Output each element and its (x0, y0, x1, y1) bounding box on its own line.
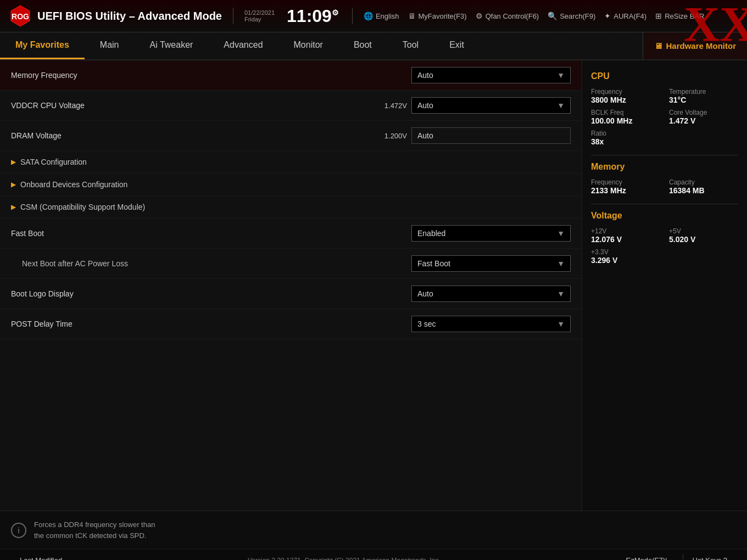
next-boot-label: Next Boot after AC Power Loss (11, 259, 411, 268)
chevron-down-icon: ▼ (557, 101, 565, 110)
nav-advanced[interactable]: Advanced (208, 32, 278, 59)
footer: Last Modified Version 2.20.1271. Copyrig… (0, 549, 747, 560)
language-control[interactable]: 🌐 English (364, 12, 399, 20)
search-label: Search(F9) (560, 12, 595, 20)
nav-my-favorites[interactable]: My Favorites (0, 32, 85, 59)
boot-logo-value: Auto (417, 289, 433, 298)
dram-voltage-row[interactable]: DRAM Voltage 1.200V Auto (0, 121, 582, 151)
hardware-monitor-label: Hardware Monitor (666, 41, 736, 51)
post-delay-row[interactable]: POST Delay Time 3 sec ▼ (0, 309, 582, 339)
onboard-devices-section[interactable]: ▶ Onboard Devices Configuration (0, 173, 582, 196)
next-boot-row[interactable]: Next Boot after AC Power Loss Fast Boot … (0, 249, 582, 279)
chevron-down-icon: ▼ (557, 289, 565, 298)
voltage-section: Voltage +12V 12.076 V +5V 5.020 V +3.3V … (591, 211, 738, 265)
cpu-stats-grid: Frequency 3800 MHz Temperature 31°C BCLK… (591, 88, 738, 146)
mem-capacity-item: Capacity 16384 MB (669, 178, 738, 195)
memory-section: Memory Frequency 2133 MHz Capacity 16384… (591, 162, 738, 195)
fast-boot-dropdown[interactable]: Enabled ▼ (411, 225, 571, 242)
next-boot-dropdown[interactable]: Fast Boot ▼ (411, 255, 571, 272)
hw-divider-1 (591, 155, 738, 155)
footer-right-controls: EzMode(F7)|→ Hot Keys ? (617, 554, 737, 560)
core-voltage-label: Core Voltage (669, 109, 738, 116)
chevron-right-icon-2: ▶ (11, 181, 16, 188)
boot-logo-display-row[interactable]: Boot Logo Display Auto ▼ (0, 279, 582, 309)
mem-capacity-label: Capacity (669, 178, 738, 186)
sata-config-label: SATA Configuration (20, 158, 87, 166)
voltage-section-title: Voltage (591, 211, 738, 221)
language-icon: 🌐 (364, 12, 373, 20)
hardware-monitor-tab[interactable]: 🖥 Hardware Monitor (643, 32, 747, 59)
memory-frequency-row[interactable]: Memory Frequency Auto ▼ (0, 60, 582, 91)
post-delay-label: POST Delay Time (11, 320, 411, 328)
nav-separator (480, 32, 643, 59)
cpu-temperature-value: 31°C (669, 96, 738, 104)
qfan-control[interactable]: ⚙ Qfan Control(F6) (476, 12, 539, 20)
chevron-down-icon: ▼ (557, 71, 565, 80)
chevron-down-icon: ▼ (557, 320, 565, 328)
v33-label: +3.3V (591, 248, 738, 256)
chevron-right-icon: ▶ (11, 158, 16, 166)
nav-exit[interactable]: Exit (434, 32, 480, 59)
nav-monitor[interactable]: Monitor (278, 32, 338, 59)
hardware-monitor-panel: CPU Frequency 3800 MHz Temperature 31°C … (582, 60, 747, 511)
cpu-temperature-label: Temperature (669, 88, 738, 96)
nav-main[interactable]: Main (85, 32, 135, 59)
date-display: 01/22/2021 Friday (244, 9, 275, 23)
fast-boot-label: Fast Boot (11, 229, 411, 238)
svg-text:ROG: ROG (12, 12, 29, 21)
onboard-devices-label: Onboard Devices Configuration (20, 180, 127, 189)
core-voltage-item: Core Voltage 1.472 V (669, 109, 738, 125)
main-layout: Memory Frequency Auto ▼ VDDCR CPU Voltag… (0, 60, 747, 511)
logo-area: ROG UEFI BIOS Utility – Advanced Mode (9, 4, 222, 27)
app-title: UEFI BIOS Utility – Advanced Mode (37, 10, 222, 23)
footer-version: Version 2.20.1271. Copyright (C) 2021 Am… (71, 557, 617, 561)
memory-stats-grid: Frequency 2133 MHz Capacity 16384 MB (591, 178, 738, 195)
last-modified-button[interactable]: Last Modified (11, 554, 71, 560)
dram-voltage-dropdown-value: Auto (417, 131, 433, 140)
next-boot-value: Fast Boot (417, 259, 450, 268)
nav-tool[interactable]: Tool (387, 32, 434, 59)
content-area: Memory Frequency Auto ▼ VDDCR CPU Voltag… (0, 60, 582, 511)
fast-boot-row[interactable]: Fast Boot Enabled ▼ (0, 219, 582, 249)
resize-bar-icon: ⊞ (655, 12, 662, 20)
cpu-frequency-value: 3800 MHz (591, 96, 660, 104)
dram-voltage-dropdown[interactable]: Auto (411, 127, 571, 144)
v12-label: +12V (591, 227, 660, 235)
memory-frequency-dropdown[interactable]: Auto ▼ (411, 67, 571, 83)
bclk-freq-item: BCLK Freq 100.00 MHz (591, 109, 660, 125)
chevron-down-icon: ▼ (557, 229, 565, 238)
v5-item: +5V 5.020 V (669, 227, 738, 244)
nav-boot[interactable]: Boot (338, 32, 387, 59)
cpu-frequency-item: Frequency 3800 MHz (591, 88, 660, 104)
ez-mode-button[interactable]: EzMode(F7)|→ (617, 554, 683, 560)
resize-bar-label: ReSize BAR (665, 12, 704, 20)
voltage-stats-grid: +12V 12.076 V +5V 5.020 V +3.3V 3.296 V (591, 227, 738, 265)
search-control[interactable]: 🔍 Search(F9) (548, 12, 595, 20)
post-delay-dropdown[interactable]: 3 sec ▼ (411, 316, 571, 332)
boot-logo-dropdown[interactable]: Auto ▼ (411, 285, 571, 302)
datetime-display: 01/22/2021 Friday (244, 9, 275, 23)
vddcr-dropdown[interactable]: Auto ▼ (411, 97, 571, 114)
nav-ai-tweaker[interactable]: Ai Tweaker (135, 32, 209, 59)
myfavorite-control[interactable]: 🖥 MyFavorite(F3) (408, 12, 467, 20)
header: ROG UEFI BIOS Utility – Advanced Mode 01… (0, 0, 747, 32)
v5-value: 5.020 V (669, 235, 738, 244)
hw-divider-2 (591, 204, 738, 204)
dram-voltage-numeric: 1.200V (377, 132, 407, 140)
info-bar: i Forces a DDR4 frequency slower than th… (0, 511, 747, 549)
csm-section[interactable]: ▶ CSM (Compatibility Support Module) (0, 196, 582, 219)
ratio-item: Ratio 38x (591, 130, 738, 146)
core-voltage-value: 1.472 V (669, 116, 738, 125)
settings-gear-icon: ⚙ (332, 8, 339, 17)
mem-frequency-label: Frequency (591, 178, 660, 186)
resize-bar-control[interactable]: ⊞ ReSize BAR (655, 12, 704, 20)
sata-configuration-section[interactable]: ▶ SATA Configuration (0, 151, 582, 173)
cpu-temperature-item: Temperature 31°C (669, 88, 738, 104)
bclk-freq-value: 100.00 MHz (591, 116, 660, 125)
myfavorite-label: MyFavorite(F3) (419, 12, 467, 20)
aura-control[interactable]: ✦ AURA(F4) (604, 12, 646, 20)
hot-keys-button[interactable]: Hot Keys ? (683, 554, 736, 560)
vddcr-cpu-voltage-row[interactable]: VDDCR CPU Voltage 1.472V Auto ▼ (0, 91, 582, 121)
post-delay-value: 3 sec (417, 320, 436, 328)
info-icon: i (11, 523, 26, 538)
